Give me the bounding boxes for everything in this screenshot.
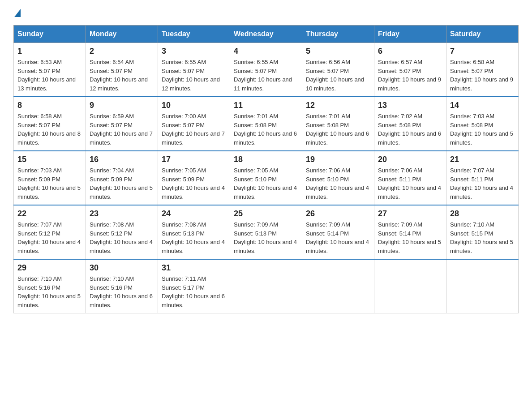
calendar-cell: 6 Sunrise: 6:57 AM Sunset: 5:07 PM Dayli… <box>374 43 446 97</box>
calendar-cell: 28 Sunrise: 7:10 AM Sunset: 5:15 PM Dayl… <box>446 205 519 259</box>
day-info: Sunrise: 7:07 AM Sunset: 5:11 PM Dayligh… <box>450 166 515 201</box>
day-info: Sunrise: 7:05 AM Sunset: 5:09 PM Dayligh… <box>162 166 226 201</box>
calendar-cell: 14 Sunrise: 7:03 AM Sunset: 5:08 PM Dayl… <box>446 97 519 151</box>
calendar-cell: 5 Sunrise: 6:56 AM Sunset: 5:07 PM Dayli… <box>302 43 374 97</box>
day-number: 27 <box>378 209 442 218</box>
day-number: 20 <box>378 155 442 164</box>
calendar-cell: 19 Sunrise: 7:06 AM Sunset: 5:10 PM Dayl… <box>302 151 374 205</box>
calendar-cell: 18 Sunrise: 7:05 AM Sunset: 5:10 PM Dayl… <box>230 151 302 205</box>
day-number: 31 <box>162 263 226 273</box>
calendar-cell: 10 Sunrise: 7:00 AM Sunset: 5:07 PM Dayl… <box>158 97 230 151</box>
calendar-week-row: 29 Sunrise: 7:10 AM Sunset: 5:16 PM Dayl… <box>14 259 519 313</box>
calendar-cell: 1 Sunrise: 6:53 AM Sunset: 5:07 PM Dayli… <box>14 43 86 97</box>
page-header <box>13 9 519 16</box>
weekday-header-thursday: Thursday <box>302 26 374 43</box>
calendar-cell: 25 Sunrise: 7:09 AM Sunset: 5:13 PM Dayl… <box>230 205 302 259</box>
day-number: 24 <box>162 209 226 218</box>
day-info: Sunrise: 6:55 AM Sunset: 5:07 PM Dayligh… <box>234 58 298 93</box>
day-number: 29 <box>17 263 82 273</box>
calendar-cell: 11 Sunrise: 7:01 AM Sunset: 5:08 PM Dayl… <box>230 97 302 151</box>
day-info: Sunrise: 7:05 AM Sunset: 5:10 PM Dayligh… <box>234 166 298 201</box>
day-number: 21 <box>450 155 515 164</box>
calendar-cell: 7 Sunrise: 6:58 AM Sunset: 5:07 PM Dayli… <box>446 43 519 97</box>
day-info: Sunrise: 7:10 AM Sunset: 5:16 PM Dayligh… <box>90 274 154 309</box>
calendar-cell: 3 Sunrise: 6:55 AM Sunset: 5:07 PM Dayli… <box>158 43 230 97</box>
weekday-header-row: SundayMondayTuesdayWednesdayThursdayFrid… <box>14 26 519 43</box>
day-number: 17 <box>162 155 226 164</box>
day-info: Sunrise: 7:01 AM Sunset: 5:08 PM Dayligh… <box>306 112 370 147</box>
calendar-cell: 30 Sunrise: 7:10 AM Sunset: 5:16 PM Dayl… <box>86 259 158 313</box>
calendar-cell: 16 Sunrise: 7:04 AM Sunset: 5:09 PM Dayl… <box>86 151 158 205</box>
calendar-cell: 15 Sunrise: 7:03 AM Sunset: 5:09 PM Dayl… <box>14 151 86 205</box>
calendar-cell: 21 Sunrise: 7:07 AM Sunset: 5:11 PM Dayl… <box>446 151 519 205</box>
day-info: Sunrise: 7:09 AM Sunset: 5:14 PM Dayligh… <box>378 220 442 255</box>
day-number: 13 <box>378 101 442 110</box>
weekday-header-wednesday: Wednesday <box>230 26 302 43</box>
logo <box>13 9 21 16</box>
day-info: Sunrise: 7:03 AM Sunset: 5:08 PM Dayligh… <box>450 112 515 147</box>
calendar-cell: 4 Sunrise: 6:55 AM Sunset: 5:07 PM Dayli… <box>230 43 302 97</box>
calendar-week-row: 15 Sunrise: 7:03 AM Sunset: 5:09 PM Dayl… <box>14 151 519 205</box>
day-number: 18 <box>234 155 298 164</box>
day-number: 2 <box>90 47 154 56</box>
day-number: 4 <box>234 47 298 56</box>
calendar-cell: 29 Sunrise: 7:10 AM Sunset: 5:16 PM Dayl… <box>14 259 86 313</box>
day-number: 30 <box>90 263 154 273</box>
day-info: Sunrise: 7:01 AM Sunset: 5:08 PM Dayligh… <box>234 112 298 147</box>
day-info: Sunrise: 6:53 AM Sunset: 5:07 PM Dayligh… <box>17 58 82 93</box>
day-info: Sunrise: 6:54 AM Sunset: 5:07 PM Dayligh… <box>90 58 154 93</box>
calendar-cell: 27 Sunrise: 7:09 AM Sunset: 5:14 PM Dayl… <box>374 205 446 259</box>
calendar-week-row: 22 Sunrise: 7:07 AM Sunset: 5:12 PM Dayl… <box>14 205 519 259</box>
day-number: 12 <box>306 101 370 110</box>
day-info: Sunrise: 6:59 AM Sunset: 5:07 PM Dayligh… <box>90 112 154 147</box>
calendar-cell: 12 Sunrise: 7:01 AM Sunset: 5:08 PM Dayl… <box>302 97 374 151</box>
day-info: Sunrise: 7:10 AM Sunset: 5:16 PM Dayligh… <box>17 274 82 309</box>
day-number: 14 <box>450 101 515 110</box>
day-number: 26 <box>306 209 370 218</box>
weekday-header-tuesday: Tuesday <box>158 26 230 43</box>
calendar-cell: 31 Sunrise: 7:11 AM Sunset: 5:17 PM Dayl… <box>158 259 230 313</box>
day-info: Sunrise: 7:10 AM Sunset: 5:15 PM Dayligh… <box>450 220 515 255</box>
calendar-cell: 24 Sunrise: 7:08 AM Sunset: 5:13 PM Dayl… <box>158 205 230 259</box>
calendar-cell <box>374 259 446 313</box>
day-info: Sunrise: 7:08 AM Sunset: 5:12 PM Dayligh… <box>90 220 154 255</box>
calendar-cell: 17 Sunrise: 7:05 AM Sunset: 5:09 PM Dayl… <box>158 151 230 205</box>
calendar-cell <box>302 259 374 313</box>
day-info: Sunrise: 7:07 AM Sunset: 5:12 PM Dayligh… <box>17 220 82 255</box>
day-info: Sunrise: 7:00 AM Sunset: 5:07 PM Dayligh… <box>162 112 226 147</box>
calendar-cell: 8 Sunrise: 6:58 AM Sunset: 5:07 PM Dayli… <box>14 97 86 151</box>
calendar-cell: 23 Sunrise: 7:08 AM Sunset: 5:12 PM Dayl… <box>86 205 158 259</box>
weekday-header-saturday: Saturday <box>446 26 519 43</box>
day-number: 8 <box>17 101 82 110</box>
day-info: Sunrise: 6:55 AM Sunset: 5:07 PM Dayligh… <box>162 58 226 93</box>
calendar-cell: 20 Sunrise: 7:06 AM Sunset: 5:11 PM Dayl… <box>374 151 446 205</box>
day-number: 3 <box>162 47 226 56</box>
day-info: Sunrise: 7:08 AM Sunset: 5:13 PM Dayligh… <box>162 220 226 255</box>
logo-blue-part <box>13 9 21 16</box>
day-info: Sunrise: 7:11 AM Sunset: 5:17 PM Dayligh… <box>162 274 226 309</box>
logo-arrow-icon <box>14 9 21 17</box>
day-number: 28 <box>450 209 515 218</box>
day-info: Sunrise: 6:58 AM Sunset: 5:07 PM Dayligh… <box>450 58 515 93</box>
day-number: 23 <box>90 209 154 218</box>
day-number: 10 <box>162 101 226 110</box>
day-number: 15 <box>17 155 82 164</box>
day-info: Sunrise: 7:09 AM Sunset: 5:13 PM Dayligh… <box>234 220 298 255</box>
day-info: Sunrise: 7:03 AM Sunset: 5:09 PM Dayligh… <box>17 166 82 201</box>
calendar-cell <box>446 259 519 313</box>
calendar-cell <box>230 259 302 313</box>
day-number: 25 <box>234 209 298 218</box>
weekday-header-monday: Monday <box>86 26 158 43</box>
day-number: 5 <box>306 47 370 56</box>
calendar-week-row: 8 Sunrise: 6:58 AM Sunset: 5:07 PM Dayli… <box>14 97 519 151</box>
day-info: Sunrise: 7:04 AM Sunset: 5:09 PM Dayligh… <box>90 166 154 201</box>
calendar-table: SundayMondayTuesdayWednesdayThursdayFrid… <box>13 25 519 313</box>
calendar-cell: 13 Sunrise: 7:02 AM Sunset: 5:08 PM Dayl… <box>374 97 446 151</box>
day-info: Sunrise: 7:02 AM Sunset: 5:08 PM Dayligh… <box>378 112 442 147</box>
day-info: Sunrise: 6:58 AM Sunset: 5:07 PM Dayligh… <box>17 112 82 147</box>
calendar-cell: 2 Sunrise: 6:54 AM Sunset: 5:07 PM Dayli… <box>86 43 158 97</box>
calendar-cell: 26 Sunrise: 7:09 AM Sunset: 5:14 PM Dayl… <box>302 205 374 259</box>
day-info: Sunrise: 7:06 AM Sunset: 5:10 PM Dayligh… <box>306 166 370 201</box>
day-number: 19 <box>306 155 370 164</box>
day-info: Sunrise: 6:57 AM Sunset: 5:07 PM Dayligh… <box>378 58 442 93</box>
